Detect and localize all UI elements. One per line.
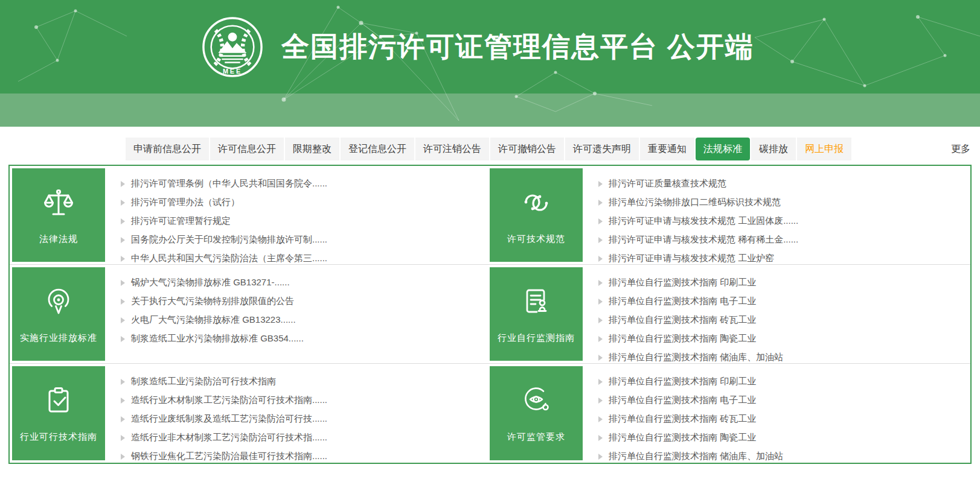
document-link[interactable]: 排污单位自行监测技术指南 电子工业 — [609, 395, 756, 406]
link-item: 排污单位自行监测技术指南 砖瓦工业 — [598, 410, 970, 428]
bullet-icon — [598, 280, 603, 286]
bullet-icon — [598, 416, 603, 422]
bullet-icon — [598, 454, 603, 460]
bullet-icon — [598, 237, 603, 243]
link-item: 造纸行业非木材制浆工艺污染防治可行技术指...... — [121, 428, 490, 447]
document-link[interactable]: 中华人民共和国大气污染防治法（主席令第三...... — [131, 253, 327, 264]
category-card-tech-specs[interactable]: 许可技术规范 — [490, 168, 583, 262]
link-item: 排污许可管理条例（中华人民共和国国务院令...... — [121, 174, 490, 193]
section-emission-standards: 实施行业排放标准锅炉大气污染物排放标准 GB13271-......关于执行大气… — [10, 265, 490, 364]
link-list: 制浆造纸工业污染防治可行技术指南造纸行业木材制浆工艺污染防治可行技术指南....… — [105, 366, 490, 463]
document-link[interactable]: 排污许可证管理暂行规定 — [131, 215, 231, 227]
document-link[interactable]: 造纸行业木材制浆工艺污染防治可行技术指南...... — [131, 395, 327, 406]
section-laws: 法律法规排污许可管理条例（中华人民共和国国务院令......排污许可管理办法（试… — [10, 166, 490, 265]
document-link[interactable]: 排污许可证质量核查技术规范 — [609, 178, 726, 189]
clipboard-check-icon — [41, 383, 76, 418]
document-link[interactable]: 制浆造纸工业水污染物排放标准 GB354...... — [131, 333, 304, 344]
tab-登记信息公开[interactable]: 登记信息公开 — [341, 138, 414, 160]
bullet-icon — [598, 355, 603, 361]
tab-许可信息公开[interactable]: 许可信息公开 — [210, 138, 284, 160]
document-link[interactable]: 排污单位自行监测技术指南 陶瓷工业 — [609, 432, 756, 443]
link-list: 锅炉大气污染物排放标准 GB13271-......关于执行大气污染物特别排放限… — [105, 267, 490, 363]
link-item: 排污单位自行监测技术指南 电子工业 — [598, 292, 970, 311]
document-link[interactable]: 锅炉大气污染物排放标准 GB13271-...... — [131, 277, 290, 288]
bullet-icon — [121, 398, 125, 404]
document-link[interactable]: 关于执行大气污染物特别排放限值的公告 — [131, 296, 294, 307]
tab-bar: 申请前信息公开许可信息公开限期整改登记信息公开许可注销公告许可撤销公告许可遗失声… — [126, 138, 970, 160]
bullet-icon — [121, 454, 125, 460]
document-link[interactable]: 排污单位自行监测技术指南 砖瓦工业 — [609, 413, 756, 425]
document-link[interactable]: 制浆造纸工业污染防治可行技术指南 — [131, 376, 276, 387]
document-link[interactable]: 排污许可管理办法（试行） — [131, 197, 240, 208]
section-feasible-tech: 行业可行技术指南制浆造纸工业污染防治可行技术指南造纸行业木材制浆工艺污染防治可行… — [10, 364, 490, 463]
link-item: 造纸行业废纸制浆及造纸工艺污染防治可行技...... — [121, 410, 490, 428]
section-tech-specs: 许可技术规范排污许可证质量核查技术规范排污单位污染物排放口二维码标识技术规范排污… — [490, 166, 970, 265]
eye-monitor-icon — [519, 383, 554, 418]
scales-icon — [41, 185, 76, 220]
category-label: 行业自行监测指南 — [498, 332, 575, 344]
category-card-laws[interactable]: 法律法规 — [12, 168, 105, 262]
document-link[interactable]: 排污单位自行监测技术指南 砖瓦工业 — [609, 314, 756, 326]
link-item: 排污单位自行监测技术指南 印刷工业 — [598, 273, 970, 292]
bullet-icon — [121, 237, 125, 243]
link-item: 排污许可证申请与核发技术规范 工业固体废...... — [598, 212, 970, 230]
link-list: 排污许可管理条例（中华人民共和国国务院令......排污许可管理办法（试行）排污… — [105, 168, 490, 264]
bullet-icon — [598, 317, 603, 323]
tab-许可注销公告[interactable]: 许可注销公告 — [415, 138, 489, 160]
category-label: 许可监管要求 — [507, 431, 565, 443]
tab-许可遗失声明[interactable]: 许可遗失声明 — [565, 138, 639, 160]
document-link[interactable]: 排污单位自行监测技术指南 电子工业 — [609, 296, 756, 307]
document-link[interactable]: 排污单位自行监测技术指南 印刷工业 — [609, 376, 756, 387]
bullet-icon — [598, 256, 603, 262]
site-title: 全国排污许可证管理信息平台 公开端 — [281, 28, 754, 66]
link-item: 制浆造纸工业污染防治可行技术指南 — [121, 372, 490, 391]
link-item: 排污许可管理办法（试行） — [121, 193, 490, 212]
tab-申请前信息公开[interactable]: 申请前信息公开 — [126, 138, 209, 160]
document-link[interactable]: 排污单位自行监测技术指南 陶瓷工业 — [609, 333, 756, 344]
more-link[interactable]: 更多 — [951, 143, 970, 156]
document-link[interactable]: 排污许可证申请与核发技术规范 稀有稀土金...... — [609, 234, 798, 246]
document-link[interactable]: 钢铁行业焦化工艺污染防治最佳可行技术指南...... — [131, 451, 327, 462]
document-link[interactable]: 造纸行业非木材制浆工艺污染防治可行技术指...... — [131, 432, 327, 443]
bullet-icon — [121, 416, 125, 422]
hero: MEE 全国排污许可证管理信息平台 公开端 — [0, 0, 980, 127]
bullet-icon — [121, 256, 125, 262]
document-link[interactable]: 排污许可证申请与核发技术规范 工业固体废...... — [609, 215, 798, 227]
bullet-icon — [598, 435, 603, 441]
bullet-icon — [121, 435, 125, 441]
link-item: 国务院办公厅关于印发控制污染物排放许可制...... — [121, 230, 490, 249]
document-link[interactable]: 排污单位自行监测技术指南 印刷工业 — [609, 277, 756, 288]
bullet-icon — [121, 280, 125, 286]
document-link[interactable]: 排污许可证申请与核发技术规范 工业炉窑 — [609, 253, 774, 264]
link-item: 排污单位自行监测技术指南 砖瓦工业 — [598, 311, 970, 329]
beacon-icon — [41, 284, 76, 319]
link-item: 制浆造纸工业水污染物排放标准 GB354...... — [121, 329, 490, 348]
chain-link-icon — [519, 185, 554, 220]
tab-重要通知[interactable]: 重要通知 — [640, 138, 694, 160]
tab-网上申报[interactable]: 网上申报 — [797, 138, 851, 160]
category-card-self-monitoring[interactable]: 行业自行监测指南 — [490, 267, 583, 361]
tab-许可撤销公告[interactable]: 许可撤销公告 — [490, 138, 564, 160]
document-link[interactable]: 火电厂大气污染物排放标准 GB13223...... — [131, 314, 296, 326]
document-link[interactable]: 排污单位污染物排放口二维码标识技术规范 — [609, 197, 781, 208]
category-label: 许可技术规范 — [507, 233, 565, 245]
link-list: 排污单位自行监测技术指南 印刷工业排污单位自行监测技术指南 电子工业排污单位自行… — [583, 366, 970, 463]
bullet-icon — [121, 181, 125, 187]
document-link[interactable]: 排污单位自行监测技术指南 储油库、加油站 — [609, 451, 783, 462]
document-link[interactable]: 排污单位自行监测技术指南 储油库、加油站 — [609, 352, 783, 363]
tab-法规标准[interactable]: 法规标准 — [696, 138, 750, 160]
document-link[interactable]: 造纸行业废纸制浆及造纸工艺污染防治可行技...... — [131, 413, 327, 425]
link-item: 关于执行大气污染物特别排放限值的公告 — [121, 292, 490, 311]
category-card-feasible-tech[interactable]: 行业可行技术指南 — [12, 366, 105, 460]
content-box: 法律法规排污许可管理条例（中华人民共和国国务院令......排污许可管理办法（试… — [8, 165, 972, 464]
document-link[interactable]: 国务院办公厅关于印发控制污染物排放许可制...... — [131, 234, 327, 246]
tab-限期整改[interactable]: 限期整改 — [285, 138, 339, 160]
document-link[interactable]: 排污许可管理条例（中华人民共和国国务院令...... — [131, 178, 327, 189]
section-self-monitoring: 行业自行监测指南排污单位自行监测技术指南 印刷工业排污单位自行监测技术指南 电子… — [490, 265, 970, 364]
bullet-icon — [598, 218, 603, 224]
category-card-emission-standards[interactable]: 实施行业排放标准 — [12, 267, 105, 361]
mee-logo: MEE — [202, 16, 263, 78]
category-card-supervision[interactable]: 许可监管要求 — [490, 366, 583, 460]
tab-碳排放[interactable]: 碳排放 — [751, 138, 796, 160]
bullet-icon — [598, 336, 603, 342]
